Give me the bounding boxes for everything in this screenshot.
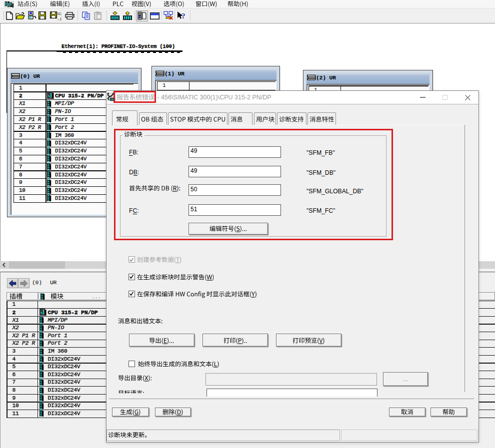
svg-text:?: ? — [182, 12, 186, 20]
svg-text:→10: →10 — [56, 17, 62, 21]
svg-text:01: 01 — [58, 12, 62, 15]
